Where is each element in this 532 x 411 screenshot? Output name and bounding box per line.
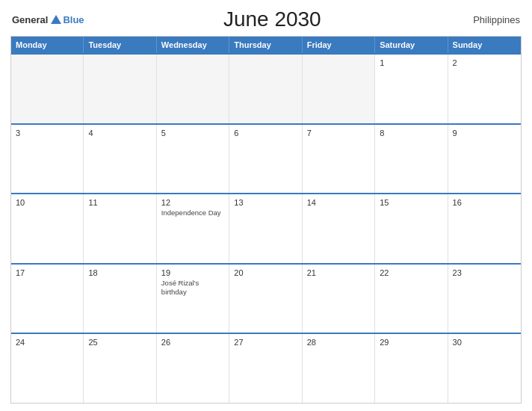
cal-row-0: 12 [11,53,521,123]
day-number: 6 [234,129,297,137]
cal-cell: 27 [229,334,302,403]
day-number: 2 [453,58,516,67]
cal-row-1: 3456789 [11,123,521,194]
cal-row-4: 24252627282930 [11,333,521,403]
cal-cell [157,55,229,123]
cal-cell: 12Independence Day [157,194,229,263]
cal-header-saturday: Saturday [375,37,448,53]
cal-cell [84,55,156,123]
cal-cell: 1 [375,55,448,123]
day-number: 24 [16,338,78,347]
day-number: 15 [380,198,442,207]
day-number: 7 [307,129,370,137]
cal-header-friday: Friday [303,37,375,53]
day-number: 25 [88,338,151,347]
cal-cell: 11 [84,194,156,263]
calendar-header-row: MondayTuesdayWednesdayThursdayFridaySatu… [11,37,521,53]
calendar: MondayTuesdayWednesdayThursdayFridaySatu… [10,36,522,404]
day-number: 12 [161,198,224,207]
day-number: 22 [380,268,442,277]
cal-header-monday: Monday [11,37,84,53]
cal-header-sunday: Sunday [448,37,521,53]
event-label: Independence Day [161,208,224,217]
cal-row-2: 101112Independence Day13141516 [11,193,521,263]
cal-cell: 28 [303,334,375,403]
logo-general-text: General [12,14,48,25]
cal-cell: 21 [303,265,375,333]
day-number: 16 [453,198,516,207]
cal-cell: 14 [303,194,375,263]
day-number: 29 [380,338,442,347]
calendar-body: 123456789101112Independence Day131415161… [11,53,521,403]
day-number: 10 [16,198,78,207]
day-number: 19 [161,268,224,277]
day-number: 20 [234,268,297,277]
cal-cell: 30 [448,334,521,403]
cal-cell [229,55,302,123]
logo: General Blue [12,14,84,25]
day-number: 3 [16,129,78,137]
day-number: 1 [380,58,442,67]
cal-header-wednesday: Wednesday [157,37,229,53]
cal-row-3: 171819José Rizal's birthday20212223 [11,263,521,333]
day-number: 21 [307,268,370,277]
day-number: 5 [161,129,224,137]
day-number: 13 [234,198,297,207]
cal-cell: 3 [11,125,84,194]
cal-cell: 29 [375,334,448,403]
cal-cell: 4 [84,125,156,194]
day-number: 27 [234,338,297,347]
month-title: June 2030 [84,7,460,31]
cal-header-tuesday: Tuesday [84,37,156,53]
cal-cell: 19José Rizal's birthday [157,265,229,333]
cal-cell: 10 [11,194,84,263]
cal-cell: 8 [375,125,448,194]
day-number: 9 [453,129,516,137]
logo-blue-text: Blue [63,14,84,25]
cal-cell [11,55,84,123]
calendar-page: General Blue June 2030 Philippines Monda… [0,0,532,411]
cal-cell: 17 [11,265,84,333]
cal-cell: 9 [448,125,521,194]
day-number: 23 [453,268,516,277]
day-number: 26 [161,338,224,347]
cal-cell: 7 [303,125,375,194]
cal-cell: 16 [448,194,521,263]
cal-cell: 24 [11,334,84,403]
country-label: Philippines [460,14,520,25]
cal-header-thursday: Thursday [229,37,302,53]
day-number: 8 [380,129,442,137]
day-number: 4 [88,129,151,137]
cal-cell: 18 [84,265,156,333]
day-number: 30 [453,338,516,347]
cal-cell: 22 [375,265,448,333]
cal-cell: 2 [448,55,521,123]
cal-cell: 6 [229,125,302,194]
cal-cell: 23 [448,265,521,333]
cal-cell: 26 [157,334,229,403]
logo-triangle-icon [51,15,61,24]
cal-cell: 5 [157,125,229,194]
cal-cell: 15 [375,194,448,263]
cal-cell: 25 [84,334,156,403]
event-label: José Rizal's birthday [161,279,224,297]
day-number: 18 [88,268,151,277]
cal-cell: 20 [229,265,302,333]
day-number: 17 [16,268,78,277]
day-number: 14 [307,198,370,207]
page-header: General Blue June 2030 Philippines [10,7,522,31]
day-number: 11 [88,198,151,207]
cal-cell: 13 [229,194,302,263]
cal-cell [303,55,375,123]
day-number: 28 [307,338,370,347]
